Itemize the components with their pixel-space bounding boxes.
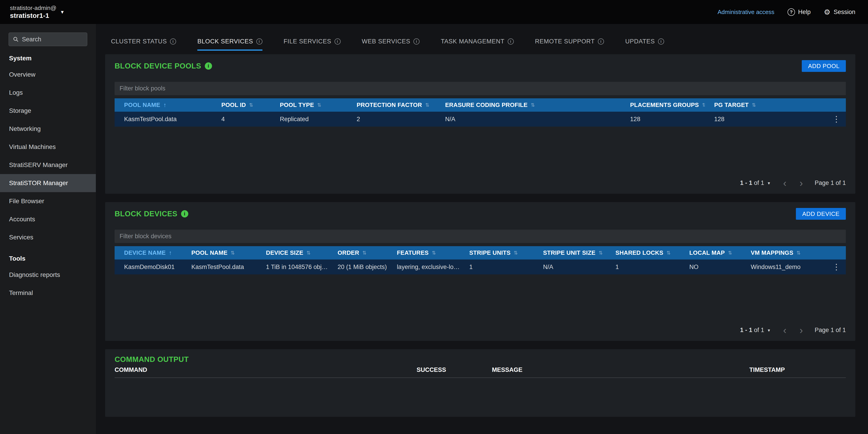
pools-pagination: 1 - 1 of 1 ▾ ‹ › Page 1 of 1 bbox=[115, 177, 846, 188]
column-label: POOL NAME bbox=[191, 249, 228, 256]
column-label: STRIPE UNITS bbox=[469, 249, 510, 256]
device-table-row[interactable]: KasmDemoDisk01 KasmTestPool.data 1 TiB i… bbox=[115, 259, 846, 274]
column-pool-id[interactable]: POOL ID ⇅ bbox=[212, 101, 270, 108]
column-placements-groups[interactable]: PLACEMENTS GROUPS ⇅ bbox=[621, 101, 705, 108]
column-label: DEVICE SIZE bbox=[266, 249, 303, 256]
cell-device-size: 1 TiB in 1048576 objects bbox=[256, 264, 328, 271]
pools-filter-input[interactable] bbox=[115, 82, 846, 95]
pagination-range[interactable]: 1 - 1 of 1 bbox=[740, 327, 764, 334]
help-menu[interactable]: ? Help bbox=[787, 8, 811, 16]
sort-icon: ⇅ bbox=[531, 102, 535, 108]
tab-block-services[interactable]: BLOCK SERVICES i bbox=[197, 38, 262, 51]
info-icon: i bbox=[598, 38, 604, 44]
tab-updates[interactable]: UPDATES i bbox=[625, 38, 664, 51]
search-input[interactable] bbox=[22, 36, 83, 43]
column-label: POOL ID bbox=[221, 101, 246, 108]
command-output-title: COMMAND OUTPUT bbox=[115, 355, 846, 364]
column-shared-locks[interactable]: SHARED LOCKS ⇅ bbox=[606, 249, 680, 256]
gear-icon: ⚙ bbox=[824, 8, 831, 16]
pools-title-text: BLOCK DEVICE POOLS bbox=[115, 62, 201, 70]
sidebar-item-virtual-machines[interactable]: Virtual Machines bbox=[0, 138, 96, 156]
column-device-size[interactable]: DEVICE SIZE ⇅ bbox=[256, 249, 328, 256]
row-kebab-menu-icon[interactable]: ⋮ bbox=[827, 115, 846, 123]
command-output-title-text: COMMAND OUTPUT bbox=[115, 355, 189, 364]
sidebar-item-storage[interactable]: Storage bbox=[0, 102, 96, 120]
column-features[interactable]: FEATURES ⇅ bbox=[388, 249, 460, 256]
sort-icon: ⇅ bbox=[514, 250, 518, 256]
devices-pagination: 1 - 1 of 1 ▾ ‹ › Page 1 of 1 bbox=[115, 324, 846, 335]
tab-cluster-status[interactable]: CLUSTER STATUS i bbox=[111, 38, 176, 51]
session-menu[interactable]: ⚙ Session bbox=[824, 8, 855, 16]
add-device-button[interactable]: ADD DEVICE bbox=[796, 208, 846, 220]
pagination-page-label: Page 1 of 1 bbox=[815, 180, 846, 186]
column-erasure-coding-profile[interactable]: ERASURE CODING PROFILE ⇅ bbox=[436, 101, 620, 108]
tab-label: REMOTE SUPPORT bbox=[535, 38, 595, 45]
tab-file-services[interactable]: FILE SERVICES i bbox=[284, 38, 341, 51]
column-pool-name[interactable]: POOL NAME ⇅ bbox=[182, 249, 256, 256]
block-device-pools-panel: BLOCK DEVICE POOLS i ADD POOL POOL NAME … bbox=[105, 54, 855, 194]
cell-pg-target: 128 bbox=[705, 116, 827, 123]
add-pool-button[interactable]: ADD POOL bbox=[802, 60, 846, 72]
administrative-access-link[interactable]: Administrative access bbox=[717, 8, 774, 16]
devices-title-text: BLOCK DEVICES bbox=[115, 210, 178, 218]
column-stripe-units[interactable]: STRIPE UNITS ⇅ bbox=[460, 249, 534, 256]
tab-bar: CLUSTER STATUS i BLOCK SERVICES i FILE S… bbox=[105, 38, 855, 51]
devices-panel-title: BLOCK DEVICES i bbox=[115, 210, 188, 218]
sort-icon: ⇅ bbox=[249, 102, 253, 108]
masthead-username: stratistor-admin@ bbox=[10, 4, 57, 11]
row-kebab-menu-icon[interactable]: ⋮ bbox=[827, 263, 846, 271]
sidebar-item-terminal[interactable]: Terminal bbox=[0, 284, 96, 302]
masthead-actions: Administrative access ? Help ⚙ Session bbox=[717, 8, 855, 16]
column-message: MESSAGE bbox=[492, 366, 749, 373]
tab-task-management[interactable]: TASK MANAGEMENT i bbox=[441, 38, 514, 51]
chevron-down-icon[interactable]: ▾ bbox=[768, 180, 770, 186]
sidebar-search[interactable] bbox=[8, 33, 87, 46]
tab-web-services[interactable]: WEB SERVICES i bbox=[362, 38, 420, 51]
pagination-range[interactable]: 1 - 1 of 1 bbox=[740, 180, 764, 186]
column-pool-type[interactable]: POOL TYPE ⇅ bbox=[270, 101, 347, 108]
column-label: DEVICE NAME bbox=[124, 249, 166, 256]
column-label: PROTECTION FACTOR bbox=[357, 101, 422, 108]
sidebar-item-logs[interactable]: Logs bbox=[0, 84, 96, 102]
next-page-icon[interactable]: › bbox=[800, 328, 803, 333]
column-label: LOCAL MAP bbox=[689, 249, 725, 256]
devices-filter-input[interactable] bbox=[115, 230, 846, 243]
next-page-icon[interactable]: › bbox=[800, 181, 803, 185]
sidebar-item-accounts[interactable]: Accounts bbox=[0, 210, 96, 228]
sidebar-item-services[interactable]: Services bbox=[0, 228, 96, 246]
sidebar-item-overview[interactable]: Overview bbox=[0, 66, 96, 84]
column-pool-name[interactable]: POOL NAME ↑ bbox=[115, 101, 212, 108]
column-vm-mappings[interactable]: VM MAPPINGS ⇅ bbox=[741, 249, 827, 256]
chevron-down-icon[interactable]: ▾ bbox=[768, 328, 770, 333]
pool-table-row[interactable]: KasmTestPool.data 4 Replicated 2 N/A 128… bbox=[115, 112, 846, 127]
column-label: PG TARGET bbox=[714, 101, 749, 108]
search-icon bbox=[13, 36, 19, 42]
sidebar: System Overview Logs Storage Networking … bbox=[0, 24, 96, 434]
column-local-map[interactable]: LOCAL MAP ⇅ bbox=[680, 249, 741, 256]
sort-icon: ⇅ bbox=[362, 250, 367, 256]
previous-page-icon[interactable]: ‹ bbox=[783, 328, 786, 333]
column-pg-target[interactable]: PG TARGET ⇅ bbox=[705, 101, 827, 108]
sidebar-item-diagnostic-reports[interactable]: Diagnostic reports bbox=[0, 266, 96, 284]
column-stripe-unit-size[interactable]: STRIPE UNIT SIZE ⇅ bbox=[534, 249, 606, 256]
sort-icon: ⇅ bbox=[752, 102, 756, 108]
sort-icon: ⇅ bbox=[666, 250, 671, 256]
sort-ascending-icon: ↑ bbox=[169, 249, 172, 256]
info-icon[interactable]: i bbox=[181, 210, 188, 217]
previous-page-icon[interactable]: ‹ bbox=[783, 181, 786, 185]
sidebar-item-stratiserv-manager[interactable]: StratiSERV Manager bbox=[0, 156, 96, 174]
tab-label: BLOCK SERVICES bbox=[197, 38, 253, 45]
sort-icon: ⇅ bbox=[797, 250, 801, 256]
cell-vm-mappings: Windows11_demo bbox=[741, 264, 827, 271]
sort-icon: ⇅ bbox=[728, 250, 732, 256]
column-device-name[interactable]: DEVICE NAME ↑ bbox=[115, 249, 182, 256]
column-protection-factor[interactable]: PROTECTION FACTOR ⇅ bbox=[347, 101, 436, 108]
column-order[interactable]: ORDER ⇅ bbox=[328, 249, 388, 256]
sidebar-item-stratistor-manager[interactable]: StratiSTOR Manager bbox=[0, 174, 96, 192]
host-switcher[interactable]: stratistor-admin@ stratistor1-1 ▾ bbox=[10, 4, 64, 20]
info-icon[interactable]: i bbox=[205, 62, 212, 70]
sidebar-item-file-browser[interactable]: File Browser bbox=[0, 192, 96, 210]
sidebar-item-networking[interactable]: Networking bbox=[0, 120, 96, 138]
cell-erasure-coding-profile: N/A bbox=[436, 116, 620, 123]
tab-remote-support[interactable]: REMOTE SUPPORT i bbox=[535, 38, 604, 51]
